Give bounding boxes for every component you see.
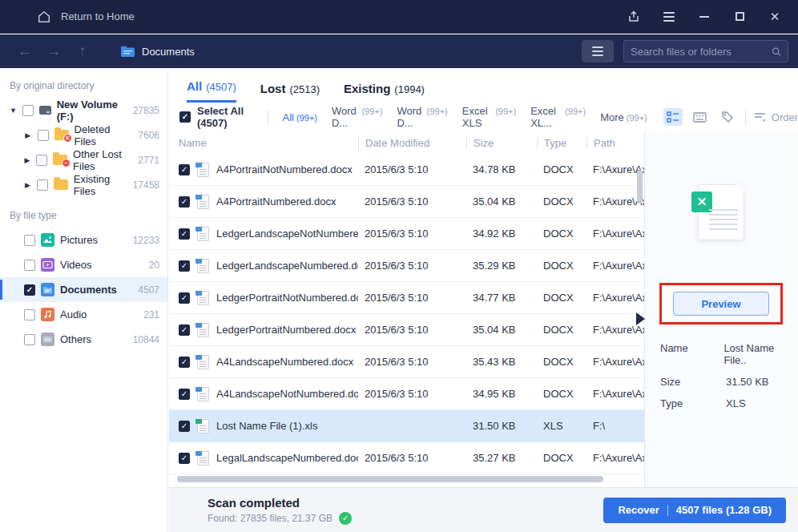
up-button[interactable]: ↑ xyxy=(74,42,91,60)
col-type[interactable]: Type xyxy=(537,137,586,149)
breadcrumb-label: Documents xyxy=(142,46,195,58)
item-count: 4507 xyxy=(138,284,159,296)
docx-file-icon xyxy=(197,195,209,209)
excel-badge-icon: ✕ xyxy=(691,191,712,212)
breadcrumb[interactable]: Documents xyxy=(120,46,195,58)
videos-icon xyxy=(41,258,54,272)
table-row[interactable]: ✓LedgerLandscapeNotNumbered... 2015/6/3 … xyxy=(169,218,644,250)
caret-right-icon[interactable]: ▶ xyxy=(24,181,31,189)
checkbox[interactable] xyxy=(36,155,47,166)
sidebar-item-deleted-files[interactable]: ▶ ✕ Deleted Files 7606 xyxy=(0,123,167,147)
sidebar-item-pictures[interactable]: Pictures 12233 xyxy=(0,228,167,252)
table-row[interactable]: ✓LedgerPortraitNumbered.docx 2015/6/3 5:… xyxy=(169,314,644,346)
caret-down-icon[interactable]: ▼ xyxy=(10,107,17,115)
select-all-checkbox[interactable]: ✓ xyxy=(179,111,191,123)
detail-value: 31.50 KB xyxy=(726,376,769,388)
close-button[interactable]: ✕ xyxy=(763,6,787,27)
horizontal-scrollbar[interactable] xyxy=(177,476,603,482)
row-checkbox[interactable]: ✓ xyxy=(179,260,190,272)
sidebar-item-new-volume[interactable]: ▼ New Volume (F:) 27835 xyxy=(0,98,167,123)
col-name[interactable]: Name xyxy=(179,137,358,149)
docx-file-icon xyxy=(197,323,209,337)
close-icon: ✕ xyxy=(770,10,780,24)
tab-existing[interactable]: Existing (1994) xyxy=(344,82,425,103)
row-checkbox[interactable]: ✓ xyxy=(179,292,190,304)
list-view-button[interactable] xyxy=(663,108,683,126)
table-row[interactable]: ✓A4PortraitNotNumbered.docx 2015/6/3 5:1… xyxy=(169,154,644,186)
item-count: 20 xyxy=(149,260,159,271)
tag-filter-button[interactable] xyxy=(718,108,737,126)
main-area: All (4507) Lost (2513) Existing (1994) ✓… xyxy=(169,69,798,532)
row-checkbox[interactable]: ✓ xyxy=(179,164,190,175)
item-label: Documents xyxy=(60,284,117,296)
order-label: Order xyxy=(772,111,798,123)
checkbox[interactable] xyxy=(24,334,35,345)
table-row[interactable]: ✓Lost Name File (1).xls 31.50 KB XLS F:\ xyxy=(169,410,644,442)
filter-all[interactable]: All(99+) xyxy=(283,111,317,123)
forward-button[interactable]: → xyxy=(45,42,62,60)
table-row[interactable]: ✓A4LandscapeNotNumbered.docx 2015/6/3 5:… xyxy=(169,378,644,410)
row-checkbox[interactable]: ✓ xyxy=(179,324,190,336)
search-icon[interactable] xyxy=(772,46,781,58)
row-checkbox[interactable]: ✓ xyxy=(179,196,190,208)
vertical-scrollbar[interactable] xyxy=(637,170,643,204)
col-size[interactable]: Size xyxy=(466,137,537,149)
filter-more[interactable]: More(99+) xyxy=(600,111,647,123)
row-checkbox[interactable]: ✓ xyxy=(179,421,190,432)
table-row[interactable]: ✓A4PortraitNumbered.docx 2015/6/3 5:10 3… xyxy=(169,186,644,218)
annotation-red-box: Preview xyxy=(659,283,783,324)
sidebar-item-videos[interactable]: Videos 20 xyxy=(0,252,167,277)
row-checkbox[interactable]: ✓ xyxy=(179,357,190,368)
col-path[interactable]: Path xyxy=(586,137,644,149)
filter-excel-xlsx[interactable]: Excel XL...(99+) xyxy=(530,105,586,129)
select-all-control[interactable]: ✓ Select All (4507) xyxy=(179,105,253,129)
checkbox[interactable] xyxy=(37,179,48,191)
table-row[interactable]: ✓A4LandscapeNumbered.docx 2015/6/3 5:10 … xyxy=(169,346,644,378)
row-checkbox[interactable]: ✓ xyxy=(179,228,190,240)
checkbox-checked[interactable]: ✓ xyxy=(24,284,35,296)
panel-collapse-arrow-icon[interactable] xyxy=(636,312,645,325)
row-checkbox[interactable]: ✓ xyxy=(179,453,190,464)
search-input[interactable] xyxy=(631,46,772,58)
item-count: 12233 xyxy=(133,235,159,246)
table-row[interactable]: ✓LedgerLandscapeNumbered.docx 2015/6/3 5… xyxy=(169,250,644,282)
back-button[interactable]: ← xyxy=(16,42,34,60)
sidebar-item-other-lost-files[interactable]: ▶ − Other Lost Files 2771 xyxy=(0,147,167,172)
col-date-modified[interactable]: Date Modified xyxy=(358,137,466,149)
checkbox[interactable] xyxy=(38,130,49,141)
tab-all[interactable]: All (4507) xyxy=(187,79,236,103)
maximize-button[interactable] xyxy=(727,6,752,27)
caret-right-icon[interactable]: ▶ xyxy=(24,131,32,139)
recover-button[interactable]: Recover 4507 files (1.28 GB) xyxy=(603,498,786,523)
row-checkbox[interactable]: ✓ xyxy=(179,389,190,400)
sidebar-item-audio[interactable]: Audio 231 xyxy=(0,302,167,327)
item-label: Pictures xyxy=(60,234,98,246)
share-button[interactable] xyxy=(622,6,646,27)
sidebar-item-others[interactable]: Others 10844 xyxy=(0,327,167,352)
filter-word-doc[interactable]: Word D...(99+) xyxy=(332,105,382,129)
order-button[interactable]: Order xyxy=(754,111,798,123)
table-row[interactable]: ✓LegalLandscapeNumbered.docx 2015/6/3 5:… xyxy=(169,442,644,474)
docx-file-icon xyxy=(197,291,209,305)
docx-file-icon xyxy=(197,227,209,241)
thumbnail-view-button[interactable] xyxy=(691,108,710,126)
checkbox[interactable] xyxy=(22,105,34,116)
app-menu-button[interactable] xyxy=(657,6,681,27)
preview-button[interactable]: Preview xyxy=(673,292,769,316)
view-menu-button[interactable] xyxy=(582,40,614,62)
filter-word-docx[interactable]: Word D...(99+) xyxy=(397,105,447,129)
lost-folder-icon: − xyxy=(53,155,67,165)
filter-excel-xls[interactable]: Excel XLS(99+) xyxy=(462,105,516,129)
checkbox[interactable] xyxy=(24,235,35,246)
documents-icon xyxy=(41,283,54,296)
tab-lost[interactable]: Lost (2513) xyxy=(260,82,320,103)
checkbox[interactable] xyxy=(24,309,35,320)
sidebar-item-documents[interactable]: ✓ Documents 4507 xyxy=(0,277,167,302)
checkbox[interactable] xyxy=(24,260,35,271)
caret-right-icon[interactable]: ▶ xyxy=(24,156,30,164)
minimize-button[interactable] xyxy=(692,6,716,27)
sidebar-item-existing-files[interactable]: ▶ Existing Files 17458 xyxy=(0,172,167,197)
return-home-button[interactable]: Return to Home xyxy=(37,10,135,24)
table-row[interactable]: ✓LedgerPortraitNotNumbered.docx 2015/6/3… xyxy=(169,282,644,314)
item-label: New Volume (F:) xyxy=(57,99,127,123)
